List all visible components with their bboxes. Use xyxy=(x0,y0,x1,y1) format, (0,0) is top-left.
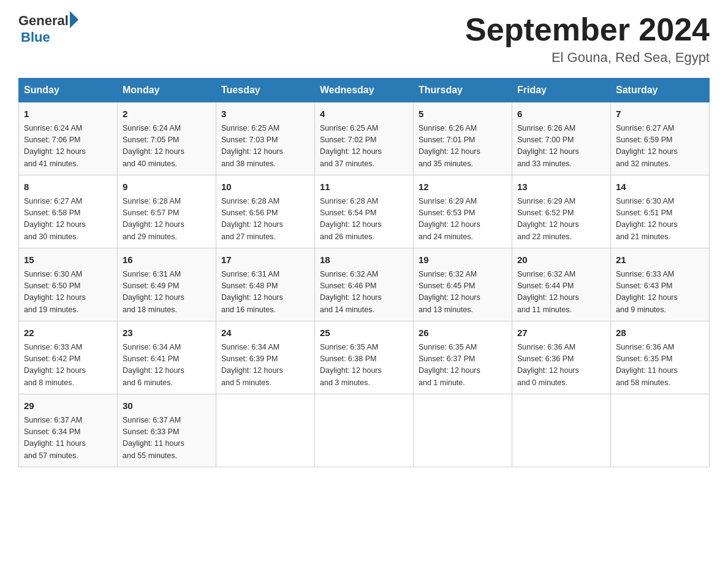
day-number: 4 xyxy=(320,107,408,121)
calendar-cell xyxy=(216,394,315,467)
day-of-week-header: Friday xyxy=(512,79,611,102)
day-number: 10 xyxy=(221,180,309,194)
day-number: 14 xyxy=(616,180,704,194)
calendar-cell: 29Sunrise: 6:37 AMSunset: 6:34 PMDayligh… xyxy=(19,394,118,467)
calendar-cell: 2Sunrise: 6:24 AMSunset: 7:05 PMDaylight… xyxy=(118,102,216,175)
day-info: Sunrise: 6:35 AMSunset: 6:37 PMDaylight:… xyxy=(419,342,507,389)
day-number: 6 xyxy=(517,107,605,121)
day-number: 27 xyxy=(517,326,605,340)
page-header: General Blue September 2024 El Gouna, Re… xyxy=(18,12,710,66)
day-number: 29 xyxy=(24,399,112,413)
day-number: 20 xyxy=(517,253,605,267)
day-number: 16 xyxy=(123,253,211,267)
calendar-cell: 23Sunrise: 6:34 AMSunset: 6:41 PMDayligh… xyxy=(118,321,216,394)
day-number: 2 xyxy=(123,107,211,121)
calendar-table: SundayMondayTuesdayWednesdayThursdayFrid… xyxy=(18,78,710,467)
day-info: Sunrise: 6:36 AMSunset: 6:36 PMDaylight:… xyxy=(517,342,605,389)
day-info: Sunrise: 6:30 AMSunset: 6:50 PMDaylight:… xyxy=(24,269,112,316)
day-number: 26 xyxy=(419,326,507,340)
day-info: Sunrise: 6:25 AMSunset: 7:02 PMDaylight:… xyxy=(320,123,408,170)
calendar-cell: 17Sunrise: 6:31 AMSunset: 6:48 PMDayligh… xyxy=(216,248,315,321)
calendar-cell: 15Sunrise: 6:30 AMSunset: 6:50 PMDayligh… xyxy=(19,248,118,321)
calendar-cell: 24Sunrise: 6:34 AMSunset: 6:39 PMDayligh… xyxy=(216,321,315,394)
day-info: Sunrise: 6:25 AMSunset: 7:03 PMDaylight:… xyxy=(221,123,309,170)
day-info: Sunrise: 6:24 AMSunset: 7:05 PMDaylight:… xyxy=(123,123,211,170)
day-info: Sunrise: 6:32 AMSunset: 6:46 PMDaylight:… xyxy=(320,269,408,316)
day-info: Sunrise: 6:29 AMSunset: 6:53 PMDaylight:… xyxy=(419,196,507,243)
day-number: 18 xyxy=(320,253,408,267)
calendar-cell: 13Sunrise: 6:29 AMSunset: 6:52 PMDayligh… xyxy=(512,175,611,248)
day-number: 8 xyxy=(24,180,112,194)
calendar-week-row: 29Sunrise: 6:37 AMSunset: 6:34 PMDayligh… xyxy=(19,394,710,467)
day-info: Sunrise: 6:27 AMSunset: 6:58 PMDaylight:… xyxy=(24,196,112,243)
day-number: 17 xyxy=(221,253,309,267)
calendar-subtitle: El Gouna, Red Sea, Egypt xyxy=(465,50,710,66)
calendar-cell: 6Sunrise: 6:26 AMSunset: 7:00 PMDaylight… xyxy=(512,102,611,175)
day-number: 13 xyxy=(517,180,605,194)
day-info: Sunrise: 6:36 AMSunset: 6:35 PMDaylight:… xyxy=(616,342,704,389)
day-number: 1 xyxy=(24,107,112,121)
day-number: 9 xyxy=(123,180,211,194)
calendar-cell: 7Sunrise: 6:27 AMSunset: 6:59 PMDaylight… xyxy=(611,102,710,175)
day-info: Sunrise: 6:34 AMSunset: 6:39 PMDaylight:… xyxy=(221,342,309,389)
day-info: Sunrise: 6:33 AMSunset: 6:43 PMDaylight:… xyxy=(616,269,704,316)
day-number: 24 xyxy=(221,326,309,340)
day-of-week-header: Saturday xyxy=(611,79,710,102)
day-number: 23 xyxy=(123,326,211,340)
calendar-cell: 28Sunrise: 6:36 AMSunset: 6:35 PMDayligh… xyxy=(611,321,710,394)
day-number: 12 xyxy=(419,180,507,194)
calendar-cell xyxy=(512,394,611,467)
day-info: Sunrise: 6:26 AMSunset: 7:01 PMDaylight:… xyxy=(419,123,507,170)
day-info: Sunrise: 6:33 AMSunset: 6:42 PMDaylight:… xyxy=(24,342,112,389)
day-number: 21 xyxy=(616,253,704,267)
calendar-cell: 4Sunrise: 6:25 AMSunset: 7:02 PMDaylight… xyxy=(315,102,414,175)
calendar-cell: 19Sunrise: 6:32 AMSunset: 6:45 PMDayligh… xyxy=(414,248,512,321)
day-info: Sunrise: 6:34 AMSunset: 6:41 PMDaylight:… xyxy=(123,342,211,389)
day-info: Sunrise: 6:29 AMSunset: 6:52 PMDaylight:… xyxy=(517,196,605,243)
day-of-week-header: Thursday xyxy=(414,79,512,102)
day-info: Sunrise: 6:27 AMSunset: 6:59 PMDaylight:… xyxy=(616,123,704,170)
day-number: 25 xyxy=(320,326,408,340)
day-info: Sunrise: 6:31 AMSunset: 6:49 PMDaylight:… xyxy=(123,269,211,316)
day-info: Sunrise: 6:32 AMSunset: 6:44 PMDaylight:… xyxy=(517,269,605,316)
calendar-cell xyxy=(315,394,414,467)
day-info: Sunrise: 6:35 AMSunset: 6:38 PMDaylight:… xyxy=(320,342,408,389)
calendar-cell: 9Sunrise: 6:28 AMSunset: 6:57 PMDaylight… xyxy=(118,175,216,248)
logo-general-text: General xyxy=(18,13,69,29)
calendar-title: September 2024 xyxy=(465,12,710,47)
calendar-header-row: SundayMondayTuesdayWednesdayThursdayFrid… xyxy=(19,79,710,102)
day-number: 28 xyxy=(616,326,704,340)
day-info: Sunrise: 6:28 AMSunset: 6:54 PMDaylight:… xyxy=(320,196,408,243)
day-number: 30 xyxy=(123,399,211,413)
calendar-cell: 26Sunrise: 6:35 AMSunset: 6:37 PMDayligh… xyxy=(414,321,512,394)
day-info: Sunrise: 6:30 AMSunset: 6:51 PMDaylight:… xyxy=(616,196,704,243)
calendar-cell xyxy=(611,394,710,467)
logo: General Blue xyxy=(18,12,80,45)
day-info: Sunrise: 6:37 AMSunset: 6:34 PMDaylight:… xyxy=(24,415,112,462)
calendar-cell: 8Sunrise: 6:27 AMSunset: 6:58 PMDaylight… xyxy=(19,175,118,248)
calendar-cell: 11Sunrise: 6:28 AMSunset: 6:54 PMDayligh… xyxy=(315,175,414,248)
day-number: 3 xyxy=(221,107,309,121)
calendar-cell: 27Sunrise: 6:36 AMSunset: 6:36 PMDayligh… xyxy=(512,321,611,394)
calendar-cell: 16Sunrise: 6:31 AMSunset: 6:49 PMDayligh… xyxy=(118,248,216,321)
logo-blue-text: Blue xyxy=(21,29,80,45)
day-info: Sunrise: 6:31 AMSunset: 6:48 PMDaylight:… xyxy=(221,269,309,316)
calendar-cell: 10Sunrise: 6:28 AMSunset: 6:56 PMDayligh… xyxy=(216,175,315,248)
calendar-cell: 22Sunrise: 6:33 AMSunset: 6:42 PMDayligh… xyxy=(19,321,118,394)
day-of-week-header: Wednesday xyxy=(315,79,414,102)
day-info: Sunrise: 6:37 AMSunset: 6:33 PMDaylight:… xyxy=(123,415,211,462)
day-info: Sunrise: 6:28 AMSunset: 6:56 PMDaylight:… xyxy=(221,196,309,243)
calendar-cell: 1Sunrise: 6:24 AMSunset: 7:06 PMDaylight… xyxy=(19,102,118,175)
day-number: 22 xyxy=(24,326,112,340)
calendar-week-row: 15Sunrise: 6:30 AMSunset: 6:50 PMDayligh… xyxy=(19,248,710,321)
day-number: 7 xyxy=(616,107,704,121)
day-info: Sunrise: 6:24 AMSunset: 7:06 PMDaylight:… xyxy=(24,123,112,170)
calendar-cell: 20Sunrise: 6:32 AMSunset: 6:44 PMDayligh… xyxy=(512,248,611,321)
calendar-cell: 18Sunrise: 6:32 AMSunset: 6:46 PMDayligh… xyxy=(315,248,414,321)
day-number: 19 xyxy=(419,253,507,267)
calendar-cell: 12Sunrise: 6:29 AMSunset: 6:53 PMDayligh… xyxy=(414,175,512,248)
calendar-cell: 3Sunrise: 6:25 AMSunset: 7:03 PMDaylight… xyxy=(216,102,315,175)
day-number: 5 xyxy=(419,107,507,121)
calendar-cell: 30Sunrise: 6:37 AMSunset: 6:33 PMDayligh… xyxy=(118,394,216,467)
day-number: 11 xyxy=(320,180,408,194)
